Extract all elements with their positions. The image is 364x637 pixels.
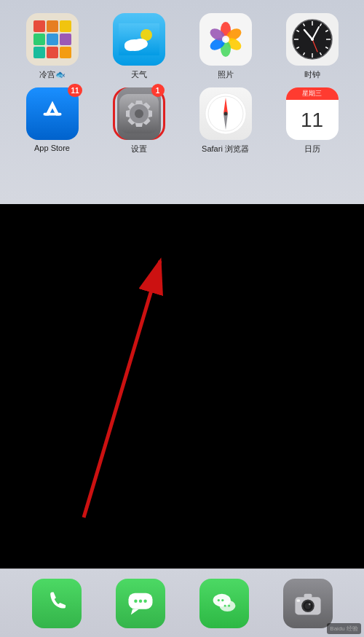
svg-point-51 bbox=[223, 604, 226, 606]
svg-point-52 bbox=[228, 604, 230, 606]
calendar-icon: 星期三 11 bbox=[286, 87, 339, 140]
weather-icon bbox=[119, 23, 159, 55]
app-item-appstore[interactable]: 11 App Store bbox=[9, 87, 95, 155]
app-label-lengong: 冷宫🐟 bbox=[39, 69, 66, 80]
app-label-clock: 时钟 bbox=[304, 69, 320, 80]
appstore-icon bbox=[34, 95, 71, 132]
phone-icon bbox=[41, 587, 73, 620]
svg-point-45 bbox=[138, 599, 141, 602]
svg-line-41 bbox=[84, 261, 160, 517]
svg-rect-59 bbox=[296, 599, 299, 601]
arrow-annotation bbox=[0, 204, 364, 568]
svg-point-33 bbox=[135, 109, 143, 118]
svg-point-49 bbox=[217, 598, 219, 601]
app-item-clock[interactable]: 时钟 bbox=[269, 13, 355, 80]
app-label-appstore: App Store bbox=[34, 144, 70, 152]
home-screen: 冷宫🐟 bbox=[0, 0, 364, 204]
annotation-area bbox=[0, 204, 364, 568]
messages-icon bbox=[124, 587, 157, 620]
appstore-badge: 11 bbox=[68, 84, 82, 97]
app-item-lengong[interactable]: 冷宫🐟 bbox=[9, 13, 95, 80]
settings-icon bbox=[119, 94, 159, 133]
app-item-settings[interactable]: 1 bbox=[95, 87, 182, 155]
app-label-weather: 天气 bbox=[131, 69, 147, 80]
dock-item-wechat[interactable] bbox=[199, 579, 249, 628]
app-label-calendar: 日历 bbox=[304, 144, 320, 155]
app-grid: 冷宫🐟 bbox=[9, 13, 355, 155]
app-item-safari[interactable]: Safari 浏览器 bbox=[182, 87, 269, 155]
svg-point-50 bbox=[221, 598, 223, 601]
svg-rect-58 bbox=[304, 593, 312, 598]
clock-icon bbox=[291, 18, 333, 60]
svg-point-44 bbox=[134, 599, 137, 602]
dock-item-phone[interactable] bbox=[32, 579, 82, 628]
photos-icon bbox=[204, 17, 248, 61]
svg-point-11 bbox=[222, 36, 229, 43]
dock bbox=[0, 568, 364, 637]
calendar-month: 星期三 bbox=[286, 87, 339, 100]
camera-icon bbox=[292, 587, 324, 620]
settings-badge: 1 bbox=[151, 84, 165, 97]
svg-point-28 bbox=[311, 38, 314, 41]
svg-point-46 bbox=[143, 599, 146, 602]
safari-icon bbox=[204, 92, 248, 136]
svg-marker-43 bbox=[130, 609, 138, 614]
app-item-photos[interactable]: 照片 bbox=[182, 13, 269, 80]
calendar-day: 11 bbox=[286, 100, 339, 140]
app-label-settings: 设置 bbox=[131, 144, 147, 155]
svg-point-57 bbox=[308, 603, 310, 605]
svg-point-48 bbox=[219, 600, 235, 611]
svg-rect-29 bbox=[43, 113, 61, 116]
watermark: Baidu 经验 bbox=[327, 623, 361, 634]
dock-item-messages[interactable] bbox=[116, 579, 165, 628]
svg-point-4 bbox=[124, 42, 136, 51]
wechat-icon bbox=[208, 587, 240, 620]
app-item-weather[interactable]: 天气 bbox=[95, 13, 182, 80]
app-item-calendar[interactable]: 星期三 11 日历 bbox=[269, 87, 355, 155]
dock-item-camera[interactable] bbox=[283, 579, 333, 628]
svg-point-39 bbox=[223, 112, 227, 116]
app-label-photos: 照片 bbox=[218, 69, 234, 80]
app-label-safari: Safari 浏览器 bbox=[202, 144, 249, 155]
